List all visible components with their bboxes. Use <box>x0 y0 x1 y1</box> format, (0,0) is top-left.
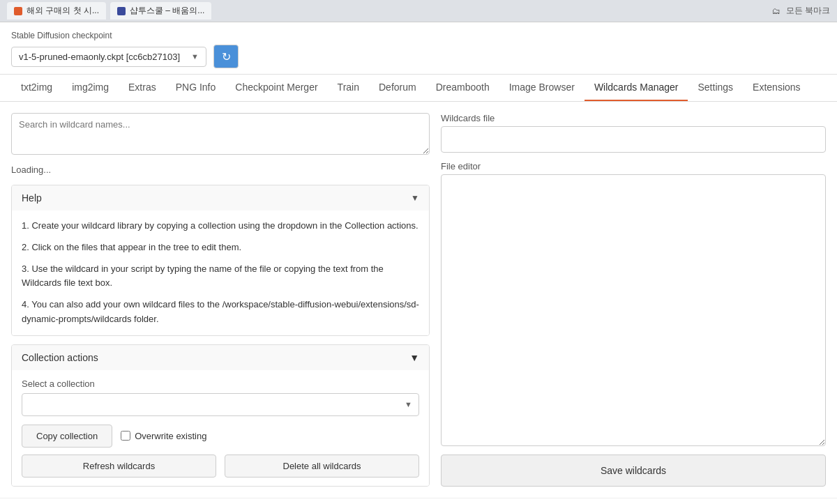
right-panel: Wildcards file File editor Save wildcard… <box>441 113 826 487</box>
collection-buttons-row: Copy collection Overwrite existing <box>22 425 419 448</box>
browser-tab-2[interactable]: 샵투스쿨 – 배움의... <box>110 2 211 20</box>
checkpoint-select[interactable]: v1-5-pruned-emaonly.ckpt [cc6cb27103] ▼ <box>11 47 206 67</box>
tab-dreambooth[interactable]: Dreambooth <box>426 75 499 101</box>
help-header[interactable]: Help ▼ <box>12 185 429 211</box>
help-item-4: 4. You can also add your own wildcard fi… <box>22 298 419 327</box>
refresh-wildcards-button[interactable]: Refresh wildcards <box>22 455 216 478</box>
bookmark-icon: 🗂 <box>772 6 781 16</box>
app: Stable Diffusion checkpoint v1-5-pruned-… <box>0 22 837 504</box>
collection-section: Collection actions ▼ Select a collection… <box>11 344 430 487</box>
overwrite-existing-checkbox[interactable] <box>121 431 130 441</box>
main-content: Loading... Help ▼ 1. Create your wildcar… <box>0 102 837 498</box>
refresh-icon: ↻ <box>222 50 231 63</box>
help-section: Help ▼ 1. Create your wildcard library b… <box>11 185 430 336</box>
collection-select-wrapper: ▼ <box>22 393 419 416</box>
delete-all-wildcards-button[interactable]: Delete all wildcards <box>225 455 419 478</box>
tab-extras[interactable]: Extras <box>119 75 166 101</box>
loading-text: Loading... <box>11 163 430 176</box>
help-item-3: 3. Use the wildcard in your script by ty… <box>22 262 419 291</box>
tab-img2img[interactable]: img2img <box>62 75 119 101</box>
tab-image-browser[interactable]: Image Browser <box>499 75 585 101</box>
tab-label-2: 샵투스쿨 – 배움의... <box>130 5 204 17</box>
checkpoint-area: Stable Diffusion checkpoint v1-5-pruned-… <box>0 22 837 75</box>
wildcards-file-input[interactable] <box>441 126 826 153</box>
checkpoint-row: v1-5-pruned-emaonly.ckpt [cc6cb27103] ▼ … <box>11 45 826 68</box>
help-title: Help <box>22 192 42 204</box>
tab-deforum[interactable]: Deforum <box>369 75 426 101</box>
checkpoint-refresh-button[interactable]: ↻ <box>213 45 239 68</box>
collection-body: Select a collection ▼ Copy collection Ov… <box>12 370 429 486</box>
wildcards-file-label: Wildcards file <box>441 113 826 123</box>
help-chevron: ▼ <box>411 193 419 203</box>
tab-label-1: 해외 구매의 첫 시... <box>27 5 99 17</box>
tab-png-info[interactable]: PNG Info <box>166 75 226 101</box>
tab-wildcards-manager[interactable]: Wildcards Manager <box>585 75 688 101</box>
footer: API • Github • Gradio • Startup profile … <box>0 498 837 504</box>
tab-txt2img[interactable]: txt2img <box>11 75 62 101</box>
browser-tab-1[interactable]: 해외 구매의 첫 시... <box>7 2 106 20</box>
tab-train[interactable]: Train <box>328 75 369 101</box>
help-body: 1. Create your wildcard library by copyi… <box>12 211 429 335</box>
overwrite-existing-label[interactable]: Overwrite existing <box>121 431 206 441</box>
copy-collection-button[interactable]: Copy collection <box>22 425 112 448</box>
tab-favicon-2 <box>117 7 126 15</box>
overwrite-existing-text: Overwrite existing <box>135 431 206 441</box>
collection-select[interactable] <box>22 393 419 416</box>
left-panel: Loading... Help ▼ 1. Create your wildcar… <box>11 113 430 487</box>
save-wildcards-button[interactable]: Save wildcards <box>441 455 826 487</box>
collection-select-label: Select a collection <box>22 379 419 389</box>
checkpoint-value: v1-5-pruned-emaonly.ckpt [cc6cb27103] <box>19 52 180 62</box>
collection-header[interactable]: Collection actions ▼ <box>12 345 429 370</box>
tab-extensions[interactable]: Extensions <box>743 75 810 101</box>
search-textarea[interactable] <box>11 113 430 155</box>
tab-settings[interactable]: Settings <box>688 75 743 101</box>
collection-bottom-row: Refresh wildcards Delete all wildcards <box>22 455 419 478</box>
tab-checkpoint-merger[interactable]: Checkpoint Merger <box>225 75 327 101</box>
tab-favicon-1 <box>14 7 22 15</box>
collection-title: Collection actions <box>22 352 98 363</box>
help-item-2: 2. Click on the files that appear in the… <box>22 240 419 255</box>
checkpoint-dropdown-arrow: ▼ <box>191 52 199 61</box>
bookmarks-button[interactable]: 🗂 모든 북마크 <box>772 5 830 17</box>
file-editor-textarea[interactable] <box>441 174 826 446</box>
collection-chevron: ▼ <box>409 352 419 363</box>
checkpoint-label: Stable Diffusion checkpoint <box>11 31 826 40</box>
bookmarks-label: 모든 북마크 <box>786 5 830 17</box>
browser-bar: 해외 구매의 첫 시... 샵투스쿨 – 배움의... 🗂 모든 북마크 <box>0 0 837 22</box>
help-item-1: 1. Create your wildcard library by copyi… <box>22 219 419 234</box>
file-editor-label: File editor <box>441 161 826 171</box>
nav-tabs: txt2img img2img Extras PNG Info Checkpoi… <box>0 75 837 102</box>
browser-tabs: 해외 구매의 첫 시... 샵투스쿨 – 배움의... <box>7 2 211 20</box>
